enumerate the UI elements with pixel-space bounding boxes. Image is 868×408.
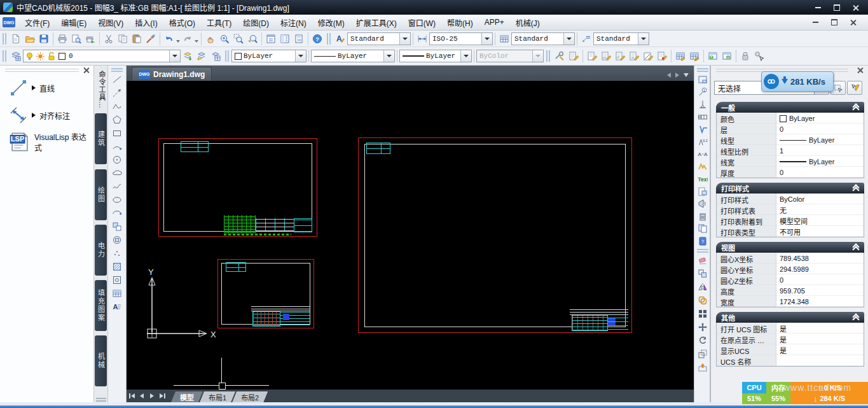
fcf-button[interactable] xyxy=(696,111,709,123)
text-style-button[interactable]: A xyxy=(333,32,347,46)
expand-icon[interactable] xyxy=(32,113,36,118)
hatch-button[interactable] xyxy=(111,260,123,273)
circle-button[interactable] xyxy=(111,153,123,166)
palette-item-2[interactable]: LSPVisualLisp 表达式 xyxy=(9,131,93,153)
property-value[interactable]: ByLayer xyxy=(776,134,864,145)
pan-button[interactable] xyxy=(203,32,217,46)
menu-item-9[interactable]: 扩展工具(X) xyxy=(350,15,403,30)
toolpalette-button[interactable] xyxy=(264,32,278,46)
part-list-button[interactable] xyxy=(627,49,641,63)
dim-style-select[interactable]: ISO-25 xyxy=(429,32,493,45)
open-button[interactable] xyxy=(23,32,37,46)
property-value[interactable]: 1724.348 xyxy=(776,296,864,307)
table-edit-button[interactable] xyxy=(673,49,687,63)
new-button[interactable] xyxy=(9,32,23,46)
collapse-chevron-icon[interactable] xyxy=(853,185,859,192)
mleader-style-select[interactable]: Standard xyxy=(593,32,649,45)
wipeout-button[interactable] xyxy=(696,197,709,210)
rectangle-button[interactable] xyxy=(111,127,123,139)
datum-button[interactable] xyxy=(696,98,709,111)
point-button[interactable] xyxy=(111,247,123,260)
toolbar-grip[interactable] xyxy=(546,50,550,62)
doc-close-button[interactable] xyxy=(845,17,862,27)
surface-finish-button[interactable] xyxy=(696,123,709,136)
redo-dropdown-icon[interactable] xyxy=(195,40,198,43)
revcloud-button[interactable] xyxy=(111,167,123,179)
copy-sheet-button[interactable] xyxy=(696,222,709,235)
make-block-button[interactable] xyxy=(111,234,123,246)
dim-style-button[interactable] xyxy=(415,32,429,46)
region-button[interactable] xyxy=(111,274,123,286)
frame-settings-button[interactable] xyxy=(585,49,599,63)
menu-item-13[interactable]: 机械(J) xyxy=(510,15,546,30)
layer-states-button[interactable] xyxy=(209,49,223,63)
doc-restore-button[interactable] xyxy=(826,17,843,27)
table-button[interactable] xyxy=(111,287,123,300)
layout-tab-模型[interactable]: 模型 xyxy=(171,391,203,402)
property-value[interactable]: 789.4538 xyxy=(776,253,864,264)
doc-prev-icon[interactable] xyxy=(667,73,671,78)
property-value[interactable]: 不可用 xyxy=(776,226,864,237)
text-tool-button[interactable]: Text xyxy=(696,172,709,185)
properties-handle[interactable] xyxy=(716,69,848,69)
designcenter-button[interactable] xyxy=(278,32,292,46)
toolbar-grip[interactable] xyxy=(225,50,229,62)
layout-tab-布局2[interactable]: 布局2 xyxy=(232,391,268,402)
side-tab-4[interactable]: 机械 xyxy=(95,335,107,386)
undo-dropdown-icon[interactable] xyxy=(176,40,180,43)
zoom-realtime-button[interactable] xyxy=(217,32,231,46)
array-button[interactable] xyxy=(696,307,709,320)
menu-item-11[interactable]: 帮助(H) xyxy=(441,15,479,30)
property-value[interactable]: 0 xyxy=(776,167,864,178)
export-part-button[interactable] xyxy=(720,49,734,63)
weld-button[interactable] xyxy=(696,160,709,173)
menu-item-12[interactable]: APP+ xyxy=(479,15,510,30)
purge-button[interactable] xyxy=(696,210,709,223)
menu-item-1[interactable]: 编辑(E) xyxy=(55,15,92,30)
zoom-window-button[interactable] xyxy=(231,32,245,46)
expand-icon[interactable] xyxy=(32,85,36,90)
text-style-select[interactable]: Standard xyxy=(347,32,411,45)
property-value[interactable]: 1 xyxy=(776,145,864,156)
table-edit2-button[interactable] xyxy=(687,49,701,63)
side-tab-0[interactable]: 建筑 xyxy=(95,113,107,164)
ellipse-arc-button[interactable] xyxy=(111,207,123,220)
first-tab-button[interactable] xyxy=(127,391,137,400)
property-value[interactable]: ByLayer xyxy=(776,156,864,167)
property-value[interactable]: 294.5989 xyxy=(776,264,864,274)
help-button[interactable]: ? xyxy=(310,32,324,46)
drawing-canvas[interactable]: Y X xyxy=(127,81,694,390)
palette-handle[interactable] xyxy=(5,69,79,69)
polygon-button[interactable] xyxy=(111,113,123,126)
title-block-button[interactable] xyxy=(599,49,613,63)
properties-close-icon[interactable] xyxy=(857,67,864,74)
arc-button[interactable] xyxy=(111,140,123,153)
toolbar-grip[interactable] xyxy=(3,33,6,45)
toolbar-grip[interactable] xyxy=(3,50,6,62)
draw-line-button[interactable] xyxy=(111,73,123,86)
rotate-button[interactable] xyxy=(696,334,709,347)
import-part-button[interactable] xyxy=(706,49,720,63)
toolbar-grip[interactable] xyxy=(327,33,331,45)
polyline-button[interactable] xyxy=(111,100,123,113)
calculator-button[interactable] xyxy=(292,32,306,46)
quick-select-button[interactable] xyxy=(847,81,862,95)
close-button[interactable] xyxy=(848,3,864,13)
menu-item-5[interactable]: 工具(T) xyxy=(201,15,237,30)
table-style-button[interactable] xyxy=(497,32,511,46)
doc-minimize-button[interactable] xyxy=(807,17,823,27)
property-value[interactable]: ByColor xyxy=(776,193,864,204)
palette-close-icon[interactable] xyxy=(83,67,90,74)
doc-next-icon[interactable] xyxy=(675,73,679,78)
prop-section-header[interactable]: 其他 xyxy=(716,312,864,323)
document-tab[interactable]: DWG Drawing1.dwg xyxy=(132,67,212,81)
sheet-detail-button[interactable] xyxy=(613,49,627,63)
insert-block-button[interactable] xyxy=(111,220,123,233)
sketch-edit-button[interactable] xyxy=(641,49,655,63)
offset-button[interactable] xyxy=(696,294,709,307)
last-tab-button[interactable] xyxy=(157,391,167,400)
collapse-chevron-icon[interactable] xyxy=(853,314,859,321)
menu-item-2[interactable]: 视图(V) xyxy=(92,15,129,30)
publish-button[interactable] xyxy=(83,32,97,46)
prev-tab-button[interactable] xyxy=(137,391,147,400)
